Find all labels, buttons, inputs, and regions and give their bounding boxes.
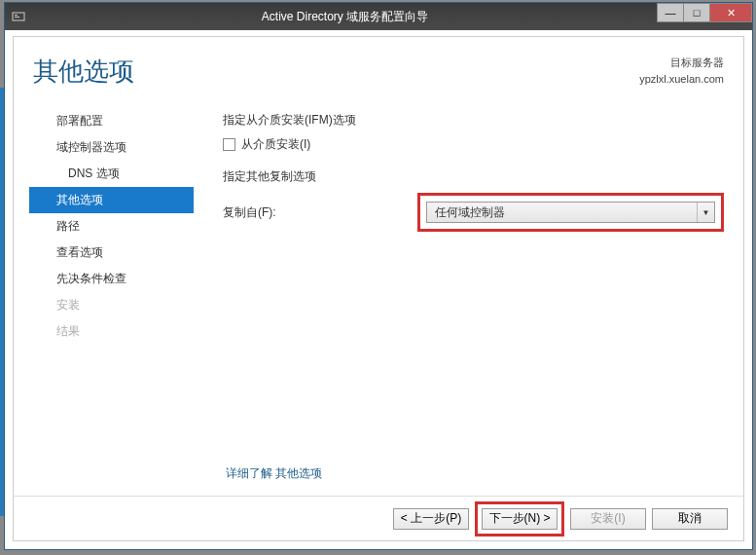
main-panel: 指定从介质安装(IFM)选项 从介质安装(I) 指定其他复制选项 复制自(F):… [194, 108, 743, 345]
close-button[interactable]: ✕ [709, 3, 752, 22]
replicate-from-label: 复制自(F): [223, 204, 417, 221]
replicate-from-row: 复制自(F): 任何域控制器 ▼ [223, 193, 724, 232]
previous-button[interactable]: < 上一步(P) [393, 508, 469, 530]
replicate-from-highlight: 任何域控制器 ▼ [417, 193, 724, 232]
minimize-button[interactable]: — [657, 3, 684, 22]
install-button: 安装(I) [570, 508, 646, 530]
footer-buttons: < 上一步(P) 下一步(N) > 安装(I) 取消 [14, 496, 743, 540]
page-title: 其他选项 [33, 55, 134, 89]
target-server-info: 目标服务器 ypzlxl.xuelan.com [639, 55, 724, 87]
nav-prereq-check[interactable]: 先决条件检查 [29, 266, 194, 292]
window-title: Active Directory 域服务配置向导 [32, 9, 658, 25]
chevron-down-icon: ▼ [697, 203, 714, 222]
nav-review-options[interactable]: 查看选项 [29, 240, 194, 266]
nav-install: 安装 [29, 292, 194, 318]
ifm-checkbox[interactable] [223, 138, 235, 151]
nav-results: 结果 [29, 318, 194, 345]
next-button-highlight: 下一步(N) > [475, 501, 564, 536]
more-info-link[interactable]: 详细了解 其他选项 [226, 465, 322, 482]
cancel-button[interactable]: 取消 [652, 508, 728, 530]
replication-section-label: 指定其他复制选项 [223, 168, 724, 185]
header-row: 其他选项 目标服务器 ypzlxl.xuelan.com [14, 37, 743, 89]
target-server-name: ypzlxl.xuelan.com [639, 71, 724, 88]
nav-deployment-config[interactable]: 部署配置 [29, 108, 194, 134]
titlebar: Active Directory 域服务配置向导 — □ ✕ [5, 3, 752, 30]
replicate-from-dropdown[interactable]: 任何域控制器 ▼ [426, 202, 715, 223]
app-icon [11, 9, 26, 24]
wizard-window: Active Directory 域服务配置向导 — □ ✕ 其他选项 目标服务… [4, 2, 753, 550]
content-area: 部署配置 域控制器选项 DNS 选项 其他选项 路径 查看选项 先决条件检查 安… [14, 89, 743, 345]
ifm-checkbox-row[interactable]: 从介质安装(I) [223, 136, 724, 153]
window-controls: — □ ✕ [658, 3, 752, 22]
sidebar-nav: 部署配置 域控制器选项 DNS 选项 其他选项 路径 查看选项 先决条件检查 安… [14, 108, 194, 345]
nav-additional-options[interactable]: 其他选项 [29, 187, 194, 213]
svg-rect-1 [15, 15, 18, 16]
svg-rect-2 [15, 17, 19, 18]
ifm-section-label: 指定从介质安装(IFM)选项 [223, 112, 724, 129]
nav-dc-options[interactable]: 域控制器选项 [29, 134, 194, 161]
window-body: 其他选项 目标服务器 ypzlxl.xuelan.com 部署配置 域控制器选项… [13, 36, 744, 541]
nav-dns-options[interactable]: DNS 选项 [29, 161, 194, 187]
nav-paths[interactable]: 路径 [29, 213, 194, 240]
maximize-button[interactable]: □ [683, 3, 710, 22]
target-server-label: 目标服务器 [639, 55, 724, 71]
next-button[interactable]: 下一步(N) > [482, 508, 558, 530]
ifm-checkbox-label: 从介质安装(I) [241, 136, 310, 153]
replicate-from-value: 任何域控制器 [427, 204, 697, 221]
